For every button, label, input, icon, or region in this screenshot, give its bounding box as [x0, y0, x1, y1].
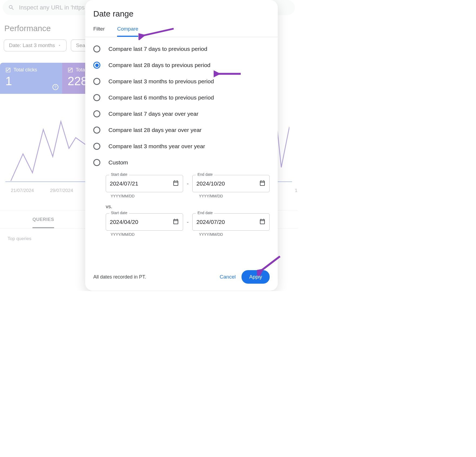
dash: - [187, 219, 189, 225]
card-clicks-label: Total clicks [14, 67, 37, 73]
compare-option-7[interactable]: Custom [93, 156, 270, 169]
xaxis-label: 15/09/2024 [295, 188, 298, 193]
calendar-icon[interactable] [173, 218, 179, 226]
compare-option-label: Compare last 7 days to previous period [108, 46, 207, 52]
card-total-clicks[interactable]: Total clicks 1 ? [0, 63, 62, 94]
end-date-1[interactable]: End date2024/10/20 [192, 175, 270, 192]
calendar-icon[interactable] [259, 218, 266, 226]
compare-option-label: Compare last 3 months year over year [108, 143, 205, 150]
field-legend: Start date [109, 211, 129, 215]
field-legend: End date [196, 172, 214, 177]
help-icon[interactable]: ? [52, 84, 58, 90]
start-date-2[interactable]: Start date2024/04/20 [106, 213, 183, 231]
compare-option-6[interactable]: Compare last 3 months year over year [93, 140, 270, 153]
tab-compare[interactable]: Compare [117, 24, 138, 37]
calendar-icon[interactable] [173, 180, 179, 187]
field-value: 2024/10/20 [196, 180, 225, 187]
chip-date[interactable]: Date: Last 3 months [4, 39, 67, 51]
chevron-down-icon [58, 44, 61, 47]
field-legend: Start date [109, 172, 129, 177]
checkbox-checked-icon [68, 67, 73, 73]
format-hint: YYYY/MM/DD [106, 232, 181, 237]
field-value: 2024/04/20 [110, 219, 138, 225]
radio-icon [93, 127, 100, 134]
field-value: 2024/07/21 [110, 180, 138, 187]
compare-option-0[interactable]: Compare last 7 days to previous period [93, 42, 270, 55]
radio-icon [93, 78, 100, 85]
start-date-1[interactable]: Start date2024/07/21 [106, 175, 183, 192]
compare-option-3[interactable]: Compare last 6 months to previous period [93, 91, 270, 104]
vs-label: vs. [106, 204, 270, 210]
radio-icon [93, 94, 100, 101]
radio-icon [93, 45, 100, 52]
format-hint: YYYY/MM/DD [194, 232, 270, 237]
checkbox-checked-icon [5, 67, 11, 73]
tab-queries[interactable]: QUERIES [32, 217, 54, 228]
chip-date-label: Date: Last 3 months [9, 42, 55, 48]
search-placeholder: Inspect any URL in 'https:// [19, 4, 90, 11]
search-icon [8, 4, 15, 11]
compare-option-4[interactable]: Compare last 7 days year over year [93, 107, 270, 120]
format-hint: YYYY/MM/DD [106, 194, 181, 198]
format-hint: YYYY/MM/DD [194, 194, 270, 198]
field-value: 2024/07/20 [196, 219, 225, 225]
compare-option-label: Compare last 7 days year over year [108, 111, 199, 117]
cancel-button[interactable]: Cancel [220, 274, 236, 280]
svg-line-2 [261, 256, 280, 271]
radio-icon [93, 110, 100, 117]
radio-icon [93, 62, 100, 69]
dash: - [187, 181, 189, 187]
tab-filter[interactable]: Filter [93, 24, 105, 37]
compare-option-label: Compare last 6 months to previous period [108, 94, 214, 101]
compare-option-label: Compare last 3 months to previous period [108, 78, 214, 85]
svg-line-0 [143, 29, 174, 36]
card-impr-label: Tota [76, 67, 85, 73]
xaxis-label: 29/07/2024 [50, 188, 73, 193]
timezone-note: All dates recorded in PT. [93, 274, 146, 280]
dialog-title: Date range [85, 8, 278, 24]
radio-icon [93, 143, 100, 150]
calendar-icon[interactable] [259, 180, 266, 187]
card-clicks-value: 1 [5, 74, 57, 88]
field-legend: End date [196, 211, 214, 215]
compare-option-label: Compare last 28 days year over year [108, 127, 201, 133]
compare-option-label: Compare last 28 days to previous period [108, 62, 210, 68]
compare-option-5[interactable]: Compare last 28 days year over year [93, 124, 270, 137]
radio-icon [93, 159, 100, 166]
xaxis-label: 21/07/2024 [11, 188, 34, 193]
end-date-2[interactable]: End date2024/07/20 [192, 213, 270, 231]
compare-option-label: Custom [108, 159, 128, 166]
date-range-dialog: Date range Filter Compare Compare last 7… [85, 0, 278, 291]
